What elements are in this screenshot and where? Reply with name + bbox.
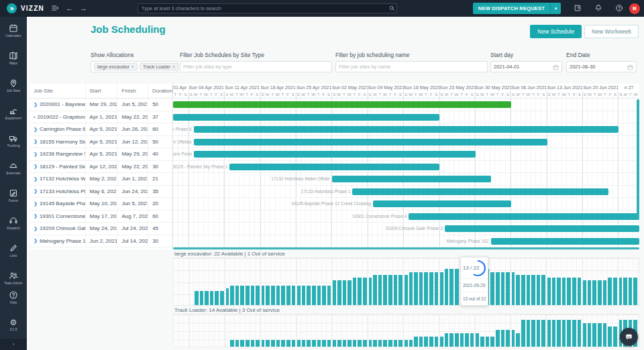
histogram-bar[interactable] — [583, 323, 586, 347]
histogram-day-cell[interactable] — [368, 258, 373, 305]
row-expand-icon[interactable]: ❯ — [34, 188, 38, 194]
forward-icon[interactable]: → — [80, 5, 87, 12]
histogram-day-cell[interactable] — [378, 314, 383, 347]
histogram-bar[interactable] — [603, 280, 607, 305]
histogram-day-cell[interactable] — [485, 314, 490, 347]
histogram-bar[interactable] — [353, 278, 357, 305]
sidebar-item-job-sites[interactable]: Job Sites — [0, 72, 27, 99]
histogram-day-cell[interactable] — [276, 314, 281, 347]
histogram-bar[interactable] — [292, 340, 296, 347]
histogram-day-cell[interactable] — [271, 258, 276, 305]
search-icon[interactable] — [387, 5, 396, 11]
row-expand-icon[interactable]: ❯ — [34, 213, 38, 219]
histogram-bar[interactable] — [486, 337, 490, 347]
histogram-bar[interactable] — [363, 278, 367, 305]
histogram-day-cell[interactable] — [184, 258, 189, 305]
task-bar[interactable] — [173, 114, 439, 121]
histogram-day-cell[interactable] — [531, 314, 537, 347]
histogram-day-cell[interactable] — [225, 314, 230, 347]
histogram-day-cell[interactable] — [219, 314, 225, 347]
histogram-day-cell[interactable] — [352, 314, 358, 347]
histogram-day-cell[interactable] — [398, 258, 404, 305]
histogram-bar[interactable] — [424, 272, 428, 305]
histogram-bar[interactable] — [409, 340, 413, 347]
histogram-day-cell[interactable] — [557, 314, 562, 347]
histogram-day-cell[interactable] — [179, 314, 184, 347]
histogram-bar[interactable] — [200, 291, 204, 305]
histogram-day-cell[interactable] — [307, 314, 312, 347]
histogram-bar[interactable] — [629, 278, 633, 305]
histogram-bar[interactable] — [373, 340, 377, 347]
histogram-day-cell[interactable] — [623, 258, 629, 305]
histogram-bar[interactable] — [531, 320, 535, 347]
histogram-day-cell[interactable] — [490, 314, 496, 347]
calendar-icon[interactable] — [553, 61, 559, 73]
histogram-bar[interactable] — [619, 278, 623, 305]
histogram-day-cell[interactable] — [311, 314, 317, 347]
histogram-bar[interactable] — [378, 340, 382, 347]
histogram-day-cell[interactable] — [628, 258, 633, 305]
sidebar-item-trucking[interactable]: Trucking — [0, 127, 27, 154]
histogram-day-cell[interactable] — [633, 258, 639, 305]
histogram-bar[interactable] — [292, 286, 296, 305]
histogram-day-cell[interactable] — [587, 314, 592, 347]
histogram-bar[interactable] — [547, 320, 551, 347]
schedule-name-input[interactable] — [339, 64, 484, 70]
histogram-day-cell[interactable] — [470, 314, 475, 347]
histogram-bar[interactable] — [235, 340, 239, 347]
histogram-day-cell[interactable] — [215, 314, 220, 347]
histogram-day-cell[interactable] — [246, 314, 251, 347]
histogram-bar[interactable] — [266, 286, 270, 305]
sidebar-item-help[interactable]: Help — [0, 284, 27, 311]
histogram-day-cell[interactable] — [612, 314, 618, 347]
histogram-day-cell[interactable] — [327, 314, 332, 347]
histogram-bar[interactable] — [603, 323, 607, 347]
histogram-day-cell[interactable] — [419, 258, 424, 305]
histogram-bar[interactable] — [333, 340, 336, 347]
histogram-day-cell[interactable] — [393, 258, 398, 305]
histogram-day-cell[interactable] — [444, 258, 449, 305]
histogram-day-cell[interactable] — [409, 258, 414, 305]
histogram-day-cell[interactable] — [541, 258, 547, 305]
histogram-bar[interactable] — [312, 286, 316, 305]
histogram-day-cell[interactable] — [414, 314, 419, 347]
table-row[interactable]: ❯2020001 - Bayview - BaysideMar 29, 2021… — [30, 99, 172, 111]
histogram-bar[interactable] — [588, 280, 592, 305]
histogram-day-cell[interactable] — [205, 314, 210, 347]
histogram-bar[interactable] — [598, 323, 602, 347]
histogram-day-cell[interactable] — [567, 258, 572, 305]
histogram-bar[interactable] — [578, 320, 582, 347]
histogram-day-cell[interactable] — [439, 258, 445, 305]
task-bar[interactable] — [229, 164, 439, 170]
menu-icon[interactable] — [51, 4, 59, 13]
allocation-chip[interactable]: Track Loader× — [140, 63, 178, 70]
histogram-bar[interactable] — [369, 278, 372, 305]
histogram-day-cell[interactable] — [219, 258, 225, 305]
histogram-day-cell[interactable] — [424, 258, 429, 305]
histogram-day-cell[interactable] — [480, 314, 486, 347]
histogram-day-cell[interactable] — [260, 314, 266, 347]
row-expand-icon[interactable]: ❯ — [34, 201, 38, 207]
histogram-day-cell[interactable] — [455, 258, 460, 305]
histogram-bar[interactable] — [281, 286, 285, 305]
histogram-day-cell[interactable] — [536, 258, 541, 305]
table-row[interactable]: ❯19301 Cornerstone Phase 4May 17, 2021Au… — [30, 211, 172, 223]
histogram-bar[interactable] — [266, 340, 270, 347]
histogram-day-cell[interactable] — [465, 314, 470, 347]
histogram-day-cell[interactable] — [266, 314, 271, 347]
sidebar-item-dispatch[interactable]: Dispatch — [0, 209, 27, 237]
histogram-bar[interactable] — [394, 275, 398, 305]
histogram-day-cell[interactable] — [342, 258, 347, 305]
sidebar-item-equipment[interactable]: Equipment — [0, 99, 27, 127]
histogram-bar[interactable] — [347, 280, 352, 305]
histogram-bar[interactable] — [572, 278, 576, 305]
histogram-day-cell[interactable] — [500, 314, 506, 347]
histogram-day-cell[interactable] — [546, 258, 551, 305]
histogram-bar[interactable] — [449, 333, 453, 347]
row-expand-icon[interactable]: ❯ — [34, 139, 38, 144]
vertical-scrollbar[interactable] — [637, 99, 639, 220]
histogram-day-cell[interactable] — [337, 314, 343, 347]
histogram-day-cell[interactable] — [276, 258, 281, 305]
histogram-day-cell[interactable] — [439, 314, 445, 347]
histogram-bar[interactable] — [302, 340, 306, 347]
